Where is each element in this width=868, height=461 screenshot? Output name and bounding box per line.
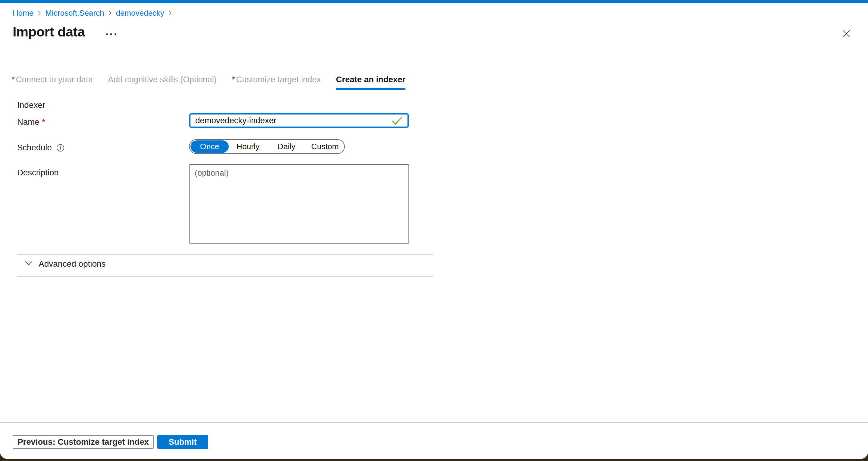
- breadcrumb-link-home[interactable]: Home: [13, 8, 33, 18]
- submit-button[interactable]: Submit: [157, 435, 208, 449]
- breadcrumb-chevron-icon: [108, 10, 112, 16]
- wizard-tabs: *Connect to your data Add cognitive skil…: [11, 74, 405, 90]
- tab-customize-target-index[interactable]: *Customize target index: [232, 74, 321, 85]
- indexer-name-input[interactable]: [189, 113, 409, 128]
- tab-add-cognitive-skills[interactable]: Add cognitive skills (Optional): [108, 74, 217, 85]
- breadcrumb: Home Microsoft.Search demovedecky: [13, 8, 172, 18]
- info-icon[interactable]: [56, 144, 64, 152]
- more-options-icon[interactable]: [103, 30, 119, 38]
- name-field-label: Name*: [17, 117, 45, 127]
- tab-connect-to-your-data[interactable]: *Connect to your data: [11, 74, 93, 85]
- close-icon[interactable]: [838, 26, 854, 41]
- previous-step-button[interactable]: Previous: Customize target index: [13, 435, 154, 449]
- indexer-section-title: Indexer: [17, 100, 45, 110]
- breadcrumb-chevron-icon: [38, 10, 41, 16]
- tab-create-an-indexer[interactable]: Create an indexer: [336, 74, 406, 90]
- schedule-option-once[interactable]: Once: [190, 141, 229, 153]
- required-tab-marker: *: [232, 75, 235, 84]
- validation-check-icon: [392, 117, 403, 126]
- section-divider: [17, 276, 433, 277]
- breadcrumb-link-microsoft-search[interactable]: Microsoft.Search: [45, 8, 104, 18]
- schedule-field-label: Schedule: [17, 143, 64, 152]
- description-field-label: Description: [17, 168, 59, 178]
- breadcrumb-link-demovedecky[interactable]: demovedecky: [116, 8, 164, 18]
- advanced-options-toggle[interactable]: Advanced options: [25, 259, 106, 269]
- import-data-panel: Home Microsoft.Search demovedecky Import…: [0, 0, 868, 459]
- description-textarea[interactable]: [189, 164, 409, 244]
- required-asterisk: *: [42, 117, 45, 127]
- schedule-toggle-group: Once Hourly Daily Custom: [189, 139, 345, 154]
- schedule-option-hourly[interactable]: Hourly: [229, 142, 267, 151]
- portal-top-accent-bar: [0, 0, 868, 3]
- page-title: Import data: [13, 24, 85, 40]
- schedule-option-custom[interactable]: Custom: [306, 142, 344, 151]
- chevron-down-icon: [25, 261, 33, 267]
- advanced-options-label: Advanced options: [38, 259, 106, 269]
- footer-divider: [0, 422, 868, 423]
- schedule-option-daily[interactable]: Daily: [267, 142, 306, 151]
- breadcrumb-chevron-icon: [168, 10, 172, 16]
- section-divider: [17, 254, 433, 255]
- required-tab-marker: *: [11, 75, 15, 84]
